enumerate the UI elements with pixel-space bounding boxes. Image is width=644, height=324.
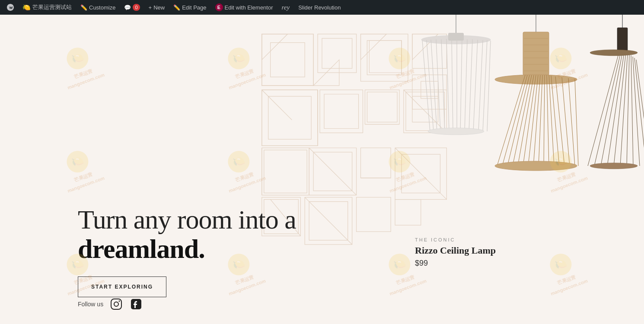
svg-marker-36	[361, 34, 387, 60]
svg-marker-15	[324, 94, 359, 129]
svg-rect-3	[318, 34, 357, 73]
svg-marker-2	[262, 34, 313, 86]
elementor-icon: E	[215, 3, 223, 11]
admin-bar: 🍋 芒果运营测试站 ✏️ Customize 💬 0 + New ✏️ Edit…	[0, 0, 644, 15]
svg-rect-14	[320, 90, 363, 133]
edit-page-label: Edit Page	[182, 4, 206, 11]
svg-point-110	[114, 302, 118, 306]
site-name-label: 芒果运营测试站	[32, 3, 72, 11]
svg-rect-22	[264, 150, 307, 193]
new-button[interactable]: + New	[145, 0, 169, 15]
svg-marker-34	[262, 34, 288, 60]
site-name-button[interactable]: 🍋 芒果运营测试站	[19, 0, 75, 15]
svg-rect-1	[271, 43, 305, 77]
rey-label: rey	[282, 4, 290, 11]
elementor-button[interactable]: E Edit with Elementor	[212, 0, 277, 15]
customize-button[interactable]: ✏️ Customize	[77, 0, 119, 15]
facebook-button[interactable]	[129, 297, 143, 311]
product-name: Rizzo Ceiling Lamp	[415, 245, 496, 256]
plus-icon: +	[149, 4, 152, 11]
slider-revolution-label: Slider Revolution	[298, 4, 341, 11]
slider-revolution-button[interactable]: Slider Revolution	[295, 0, 344, 15]
cta-button[interactable]: START EXPLORING	[78, 276, 166, 297]
wp-logo-button[interactable]	[3, 0, 17, 14]
new-label: New	[153, 4, 165, 11]
product-price: $99	[415, 259, 496, 268]
svg-line-47	[305, 197, 352, 245]
follow-us-label: Follow us	[78, 301, 103, 308]
instagram-icon	[110, 298, 122, 310]
elementor-label: Edit with Elementor	[225, 4, 273, 11]
svg-rect-109	[111, 299, 121, 309]
hero-line2: dreamland.	[78, 234, 296, 264]
svg-rect-32	[357, 197, 391, 232]
follow-us: Follow us	[78, 297, 143, 311]
edit-page-button[interactable]: ✏️ Edit Page	[170, 0, 210, 15]
svg-rect-0	[262, 34, 313, 86]
svg-line-38	[262, 90, 292, 120]
rey-button[interactable]: rey	[278, 0, 293, 15]
hero-line1: Turn any room into a	[78, 205, 296, 234]
comments-button[interactable]: 💬 0	[121, 0, 143, 15]
edit-page-icon: ✏️	[173, 4, 180, 11]
customize-label: Customize	[89, 4, 115, 11]
main-content: THE ICONIC Rizzo Ceiling Lamp $99 Turn a…	[0, 15, 644, 324]
product-label: THE ICONIC	[415, 237, 496, 242]
facebook-icon	[130, 298, 142, 310]
instagram-button[interactable]	[109, 297, 123, 311]
product-card: THE ICONIC Rizzo Ceiling Lamp $99	[393, 15, 644, 324]
svg-rect-25	[361, 148, 391, 178]
svg-line-43	[309, 148, 356, 195]
hero-text: Turn any room into a dreamland.	[78, 205, 296, 264]
svg-rect-21	[262, 148, 309, 195]
svg-point-111	[119, 301, 120, 302]
svg-rect-4	[322, 38, 352, 69]
customize-icon: ✏️	[80, 4, 87, 11]
comment-count: 0	[133, 4, 140, 11]
comment-icon: 💬	[124, 4, 131, 11]
